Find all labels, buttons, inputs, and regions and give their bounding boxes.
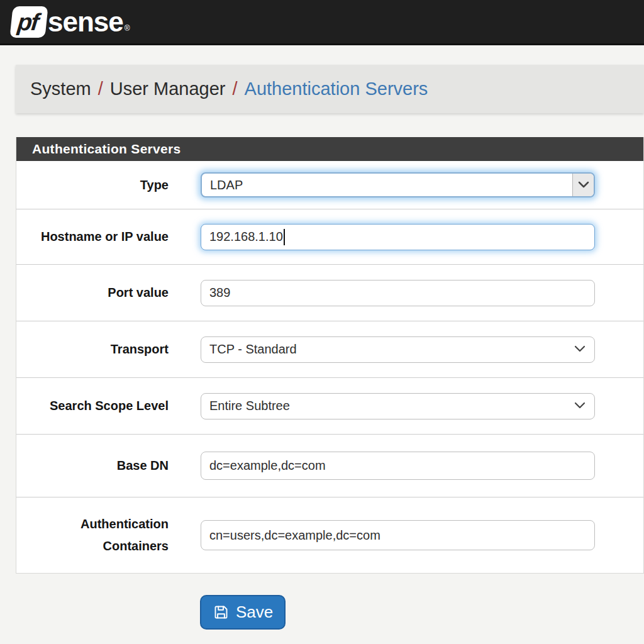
save-button[interactable]: Save — [200, 595, 286, 630]
form-row-port: Port value 389 — [16, 265, 643, 321]
type-select-value: LDAP — [210, 178, 243, 192]
breadcrumb-separator: / — [98, 79, 103, 99]
search-scope-select[interactable]: Entire Subtree — [201, 393, 595, 419]
form-actions: Save — [200, 595, 644, 630]
save-button-label: Save — [236, 602, 273, 622]
form-row-search-scope: Search Scope Level Entire Subtree — [16, 378, 643, 435]
base-dn-input-value: dc=example,dc=com — [209, 458, 326, 473]
transport-select-value: TCP - Standard — [209, 342, 297, 357]
base-dn-label: Base DN — [16, 455, 169, 477]
auth-containers-input-value: cn=users,dc=example,dc=com — [209, 528, 380, 543]
transport-select[interactable]: TCP - Standard — [201, 336, 595, 363]
hostname-label: Hostname or IP value — [16, 226, 169, 248]
search-scope-select-value: Entire Subtree — [209, 399, 290, 413]
authentication-servers-panel: Authentication Servers Type LDAP Hostnam… — [16, 137, 644, 574]
type-select[interactable]: LDAP — [201, 172, 595, 197]
breadcrumb: System / User Manager / Authentication S… — [16, 65, 644, 113]
form-row-hostname: Hostname or IP value 192.168.1.10 — [16, 209, 643, 265]
type-label: Type — [16, 174, 169, 196]
form-row-base-dn: Base DN dc=example,dc=com — [16, 435, 643, 497]
hostname-input[interactable]: 192.168.1.10 — [201, 224, 595, 250]
pf-logo-text: pf — [16, 8, 39, 35]
hostname-input-value: 192.168.1.10 — [209, 230, 283, 244]
floppy-disk-icon — [213, 604, 230, 621]
port-input[interactable]: 389 — [201, 280, 595, 306]
auth-containers-input[interactable]: cn=users,dc=example,dc=com — [201, 520, 595, 550]
form-row-auth-containers: Authentication Containers cn=users,dc=ex… — [16, 497, 643, 573]
panel-title: Authentication Servers — [16, 137, 643, 161]
form-row-type: Type LDAP — [16, 161, 643, 209]
top-navbar: pf sense ® — [0, 0, 644, 45]
breadcrumb-separator: / — [233, 79, 238, 99]
form-row-transport: Transport TCP - Standard — [16, 321, 643, 378]
chevron-down-icon[interactable] — [572, 174, 594, 196]
chevron-down-icon — [574, 345, 586, 353]
chevron-down-icon — [574, 402, 586, 409]
auth-containers-label: Authentication Containers — [16, 513, 169, 557]
breadcrumb-system[interactable]: System — [30, 79, 91, 99]
text-caret — [284, 229, 285, 245]
port-label: Port value — [16, 282, 169, 304]
base-dn-input[interactable]: dc=example,dc=com — [201, 452, 595, 480]
sense-logo-text: sense — [48, 6, 123, 38]
breadcrumb-authentication-servers[interactable]: Authentication Servers — [245, 79, 428, 99]
search-scope-label: Search Scope Level — [16, 395, 169, 417]
pf-logo-tile: pf — [9, 6, 48, 38]
transport-label: Transport — [16, 338, 169, 360]
pfsense-logo[interactable]: pf sense ® — [11, 6, 130, 38]
breadcrumb-user-manager[interactable]: User Manager — [110, 79, 226, 99]
registered-mark: ® — [125, 24, 130, 33]
port-input-value: 389 — [209, 286, 230, 300]
